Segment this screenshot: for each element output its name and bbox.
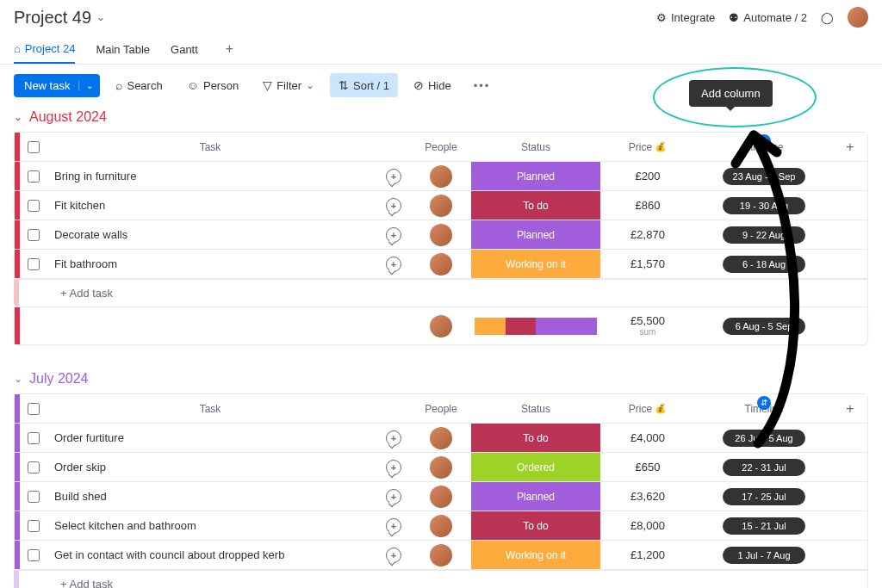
- col-price[interactable]: Price💰: [600, 403, 695, 415]
- add-column-button[interactable]: +: [833, 139, 867, 155]
- task-name[interactable]: Order furtiture: [44, 431, 376, 444]
- group-header[interactable]: ⌄ July 2024: [14, 368, 868, 393]
- user-avatar[interactable]: [848, 7, 868, 28]
- status-cell[interactable]: To do: [471, 424, 600, 452]
- col-task[interactable]: Task: [44, 403, 376, 415]
- col-people[interactable]: People: [411, 141, 471, 153]
- add-task-button[interactable]: + Add task: [14, 571, 868, 588]
- price-cell[interactable]: £8,000: [600, 519, 695, 532]
- task-name[interactable]: Fit bathroom: [44, 257, 376, 270]
- tab-main-table[interactable]: Main Table: [96, 36, 150, 63]
- table-row[interactable]: Order skip + Ordered £650 22 - 31 Jul: [15, 453, 867, 482]
- task-name[interactable]: Select kitchen and bathroom: [44, 519, 376, 532]
- people-cell[interactable]: [411, 544, 471, 566]
- conversation-button[interactable]: +: [376, 257, 411, 272]
- status-cell[interactable]: Planned: [471, 482, 600, 511]
- collapse-icon[interactable]: ⌄: [14, 111, 22, 123]
- status-cell[interactable]: Planned: [471, 162, 600, 190]
- col-timeline[interactable]: ⇵Timeline: [695, 403, 833, 415]
- sort-button[interactable]: ⇅Sort / 1: [330, 73, 398, 97]
- table-row[interactable]: Bring in furniture + Planned £200 23 Aug…: [15, 162, 867, 191]
- row-checkbox[interactable]: [23, 432, 44, 444]
- timeline-cell[interactable]: 26 Jul - 5 Aug: [695, 430, 833, 447]
- timeline-cell[interactable]: 1 Jul - 7 Aug: [695, 547, 833, 564]
- conversation-button[interactable]: +: [376, 518, 411, 534]
- status-cell[interactable]: Ordered: [471, 453, 600, 481]
- status-cell[interactable]: Planned: [471, 220, 600, 249]
- group-header[interactable]: ⌄ August 2024: [14, 106, 868, 132]
- table-row[interactable]: Get in contact with council about droppe…: [15, 541, 867, 570]
- status-cell[interactable]: Working on it: [471, 250, 600, 278]
- row-checkbox[interactable]: [23, 461, 44, 473]
- add-column-button[interactable]: +: [833, 401, 867, 417]
- tab-add[interactable]: +: [219, 34, 240, 64]
- col-status[interactable]: Status: [471, 403, 600, 415]
- row-checkbox[interactable]: [23, 170, 44, 183]
- row-checkbox[interactable]: [23, 520, 44, 532]
- integrate-button[interactable]: ⚙ Integrate: [656, 11, 715, 24]
- chat-button[interactable]: ◯: [821, 11, 834, 24]
- hide-button[interactable]: ⊘Hide: [405, 73, 460, 97]
- price-cell[interactable]: £1,200: [600, 548, 695, 561]
- col-task[interactable]: Task: [44, 141, 376, 153]
- table-row[interactable]: Select kitchen and bathroom + To do £8,0…: [15, 511, 867, 541]
- timeline-cell[interactable]: 17 - 25 Jul: [695, 488, 833, 505]
- price-cell[interactable]: £200: [600, 170, 695, 183]
- price-cell[interactable]: £650: [600, 461, 695, 473]
- select-all-checkbox[interactable]: [23, 403, 44, 415]
- price-cell[interactable]: £4,000: [600, 431, 695, 444]
- timeline-cell[interactable]: 15 - 21 Jul: [695, 517, 833, 535]
- conversation-button[interactable]: +: [376, 430, 411, 446]
- timeline-cell[interactable]: 6 - 18 Aug: [695, 256, 833, 273]
- people-cell[interactable]: [411, 224, 471, 246]
- row-checkbox[interactable]: [23, 200, 44, 212]
- status-cell[interactable]: To do: [471, 511, 600, 540]
- task-name[interactable]: Order skip: [44, 461, 376, 473]
- row-checkbox[interactable]: [23, 258, 44, 270]
- select-all-checkbox[interactable]: [23, 141, 44, 153]
- tab-gantt[interactable]: Gantt: [171, 36, 198, 63]
- people-cell[interactable]: [411, 456, 471, 479]
- chevron-down-icon[interactable]: ⌄: [78, 81, 93, 90]
- timeline-cell[interactable]: 23 Aug - 5 Sep: [695, 168, 833, 185]
- people-cell[interactable]: [411, 165, 471, 188]
- timeline-cell[interactable]: 19 - 30 Aug: [695, 197, 833, 214]
- new-task-button[interactable]: New task ⌄: [14, 74, 100, 97]
- task-name[interactable]: Bring in furniture: [44, 170, 376, 183]
- more-menu[interactable]: •••: [467, 76, 498, 96]
- price-cell[interactable]: £1,570: [600, 257, 695, 270]
- table-row[interactable]: Fit kitchen + To do £860 19 - 30 Aug: [15, 191, 867, 220]
- project-title[interactable]: Project 49 ⌄: [14, 8, 105, 28]
- task-name[interactable]: Build shed: [44, 490, 376, 503]
- timeline-cell[interactable]: 22 - 31 Jul: [695, 459, 833, 476]
- status-cell[interactable]: To do: [471, 191, 600, 220]
- people-cell[interactable]: [411, 427, 471, 449]
- person-button[interactable]: ☺Person: [178, 73, 248, 97]
- conversation-button[interactable]: +: [376, 227, 411, 243]
- people-cell[interactable]: [411, 253, 471, 275]
- col-status[interactable]: Status: [471, 141, 600, 153]
- row-checkbox[interactable]: [23, 229, 44, 241]
- price-cell[interactable]: £2,870: [600, 228, 695, 241]
- conversation-button[interactable]: +: [376, 460, 411, 475]
- automate-button[interactable]: ⚉ Automate / 2: [729, 11, 807, 24]
- conversation-button[interactable]: +: [376, 169, 411, 184]
- price-cell[interactable]: £860: [600, 199, 695, 212]
- people-cell[interactable]: [411, 195, 471, 217]
- table-row[interactable]: Fit bathroom + Working on it £1,570 6 - …: [15, 250, 867, 279]
- conversation-button[interactable]: +: [376, 489, 411, 504]
- search-button[interactable]: ⌕Search: [107, 73, 171, 97]
- table-row[interactable]: Decorate walls + Planned £2,870 9 - 22 A…: [15, 220, 867, 250]
- conversation-button[interactable]: +: [376, 198, 411, 214]
- status-cell[interactable]: Working on it: [471, 541, 600, 569]
- task-name[interactable]: Get in contact with council about droppe…: [44, 548, 376, 561]
- row-checkbox[interactable]: [23, 549, 44, 561]
- table-row[interactable]: Order furtiture + To do £4,000 26 Jul - …: [15, 424, 867, 453]
- table-row[interactable]: Build shed + Planned £3,620 17 - 25 Jul: [15, 482, 867, 511]
- conversation-button[interactable]: +: [376, 548, 411, 563]
- collapse-icon[interactable]: ⌄: [14, 373, 22, 385]
- tab-project[interactable]: ⌂ Project 24: [14, 35, 75, 64]
- col-price[interactable]: Price💰: [600, 141, 695, 153]
- col-timeline[interactable]: ⇵Timeline: [695, 141, 833, 153]
- people-cell[interactable]: [411, 486, 471, 508]
